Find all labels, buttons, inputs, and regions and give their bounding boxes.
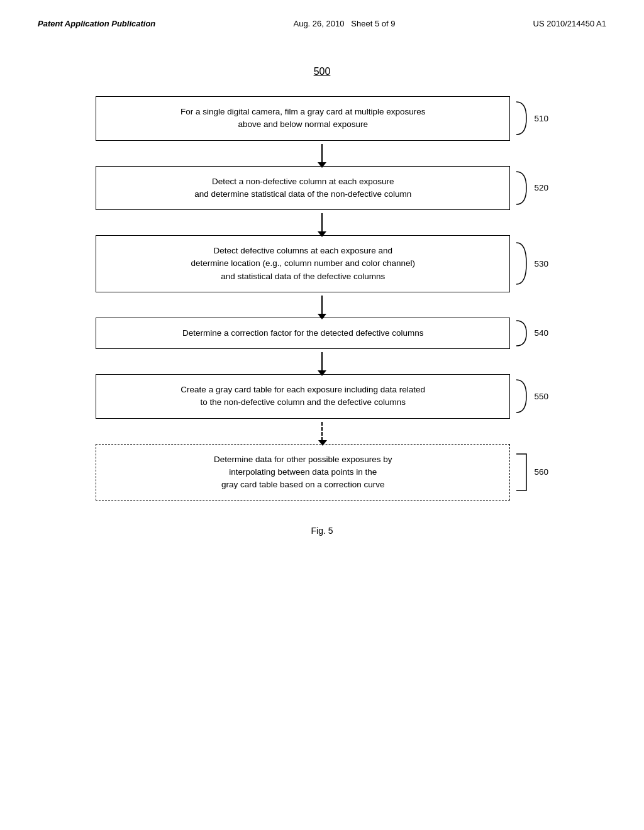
arrow-550-560 <box>96 419 548 444</box>
step-560-wrapper: Determine data for other possible exposu… <box>96 444 548 501</box>
step-510-right: 510 <box>514 101 548 136</box>
step-530-right: 530 <box>514 241 548 285</box>
arrow-530-540 <box>96 292 548 318</box>
arrow-510-520 <box>96 141 548 166</box>
step-550-right: 550 <box>514 379 548 414</box>
step-530-bracket-icon <box>514 241 531 285</box>
header: Patent Application Publication Aug. 26, … <box>38 19 606 28</box>
step-510-bracket-icon <box>514 101 531 136</box>
step-550-label: 550 <box>534 392 548 401</box>
page: Patent Application Publication Aug. 26, … <box>0 0 644 830</box>
header-left: Patent Application Publication <box>38 19 155 28</box>
step-530-label: 530 <box>534 259 548 268</box>
fig-caption: Fig. 5 <box>311 526 333 536</box>
step-510-wrapper: For a single digital camera, film a gray… <box>96 96 548 141</box>
step-540-label: 540 <box>534 328 548 338</box>
step-540-wrapper: Determine a correction factor for the de… <box>96 318 548 349</box>
header-date: Aug. 26, 2010 <box>293 19 344 28</box>
arrow-line-1 <box>321 144 323 163</box>
step-540-box: Determine a correction factor for the de… <box>96 318 510 349</box>
step-520-right: 520 <box>514 170 548 206</box>
header-right: US 2010/214450 A1 <box>533 19 606 28</box>
step-510-box: For a single digital camera, film a gray… <box>96 96 510 141</box>
arrow-540-550 <box>96 349 548 374</box>
step-550-wrapper: Create a gray card table for each exposu… <box>96 374 548 419</box>
step-510-label: 510 <box>534 114 548 123</box>
step-510-text: For a single digital camera, film a gray… <box>180 107 425 129</box>
step-530-inner: Detect defective columns at each exposur… <box>96 235 510 292</box>
step-520-wrapper: Detect a non-defective column at each ex… <box>96 166 548 211</box>
arrow-line-2 <box>321 213 323 232</box>
step-560-label: 560 <box>534 467 548 477</box>
header-patent-num: US 2010/214450 A1 <box>533 19 606 28</box>
arrow-line-4 <box>321 352 323 371</box>
step-520-text: Detect a non-defective column at each ex… <box>194 177 411 199</box>
flow-container: For a single digital camera, film a gray… <box>96 96 548 501</box>
step-530-box: Detect defective columns at each exposur… <box>96 235 510 292</box>
diagram-title: 500 <box>314 66 331 77</box>
step-520-label: 520 <box>534 183 548 192</box>
step-560-right: 560 <box>514 453 548 492</box>
header-center: Aug. 26, 2010 Sheet 5 of 9 <box>293 19 395 28</box>
arrow-line-3 <box>321 296 323 314</box>
step-540-inner: Determine a correction factor for the de… <box>96 318 510 349</box>
step-530-wrapper: Detect defective columns at each exposur… <box>96 235 548 292</box>
header-sheet: Sheet 5 of 9 <box>351 19 395 28</box>
arrow-520-530 <box>96 210 548 235</box>
step-560-bracket-icon <box>514 453 531 492</box>
step-520-inner: Detect a non-defective column at each ex… <box>96 166 510 211</box>
dashed-arrow-line-5 <box>321 422 323 441</box>
step-550-text: Create a gray card table for each exposu… <box>180 385 425 407</box>
step-560-box: Determine data for other possible exposu… <box>96 444 510 501</box>
step-510-inner: For a single digital camera, film a gray… <box>96 96 510 141</box>
step-550-inner: Create a gray card table for each exposu… <box>96 374 510 419</box>
step-550-box: Create a gray card table for each exposu… <box>96 374 510 419</box>
header-publication-label: Patent Application Publication <box>38 19 155 28</box>
step-520-bracket-icon <box>514 170 531 206</box>
step-560-inner: Determine data for other possible exposu… <box>96 444 510 501</box>
step-540-bracket-icon <box>514 319 531 347</box>
step-560-text: Determine data for other possible exposu… <box>214 455 392 490</box>
step-540-text: Determine a correction factor for the de… <box>182 328 423 338</box>
step-530-text: Detect defective columns at each exposur… <box>191 246 415 281</box>
step-540-right: 540 <box>514 319 548 347</box>
step-520-box: Detect a non-defective column at each ex… <box>96 166 510 211</box>
diagram: 500 For a single digital camera, film a … <box>38 66 606 536</box>
step-550-bracket-icon <box>514 379 531 414</box>
